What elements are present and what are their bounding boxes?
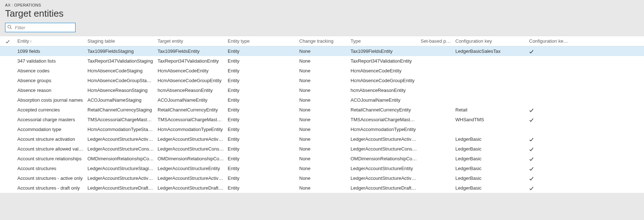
cell-type: LedgerAccountStructureActive...	[349, 175, 419, 181]
checkmark-icon	[529, 186, 534, 191]
cell-type: TMSAccessorialChargeMasterEn...	[349, 117, 419, 122]
table-row[interactable]: Account structuresLedgerAccountStructure…	[0, 164, 644, 173]
column-header-configuration-key-status[interactable]: Configuration key status	[525, 38, 571, 44]
column-header-target-entity[interactable]: Target entity	[156, 38, 226, 44]
cell-entity: Accommodation type	[16, 127, 86, 132]
table-row[interactable]: Accessorial charge mastersTMSAccessorial…	[0, 115, 644, 124]
cell-configuration-key: LedgerBasic	[454, 156, 525, 161]
cell-change-tracking: None	[298, 166, 349, 171]
column-header-select[interactable]	[0, 38, 16, 44]
cell-entity: Account structures	[16, 166, 86, 171]
breadcrumb: AX : OPERATIONS	[5, 3, 639, 7]
cell-entity: 347 validation lists	[16, 58, 86, 64]
cell-entity: Account structure allowed values	[16, 146, 86, 152]
cell-change-tracking: None	[298, 136, 349, 142]
column-header-set-based[interactable]: Set-based proc...	[419, 38, 454, 44]
cell-configuration-key-status	[525, 107, 571, 113]
checkmark-icon	[5, 39, 10, 44]
cell-entity: Account structures - active only	[16, 175, 86, 181]
cell-type: hcmAbsenceReasonEntity	[349, 88, 419, 93]
cell-staging-table: ACOJournalNameStaging	[86, 97, 156, 103]
cell-target-entity: TMSAccessorialChargeMasterEn...	[156, 117, 226, 122]
cell-configuration-key-status	[525, 48, 571, 54]
cell-target-entity: HcmAbsenceCodeGroupEntity	[156, 78, 226, 83]
cell-configuration-key: LedgerBasicSalesTax	[454, 48, 525, 54]
cell-change-tracking: None	[298, 117, 349, 122]
cell-staging-table: LedgerAccountStructureDraftO...	[86, 185, 156, 191]
table-row[interactable]: Account structures - draft onlyLedgerAcc…	[0, 183, 644, 193]
table-row[interactable]: Account structure activationLedgerAccoun…	[0, 134, 644, 144]
table-row[interactable]: Account structure relationshipsOMDimensi…	[0, 154, 644, 164]
cell-configuration-key: LedgerBasic	[454, 136, 525, 142]
table-row[interactable]: Account structure allowed valuesLedgerAc…	[0, 144, 644, 154]
cell-target-entity: LedgerAccountStructureActivati...	[156, 136, 226, 142]
cell-staging-table: HcmAbsenceReasonStaging	[86, 88, 156, 93]
checkmark-icon	[529, 157, 534, 161]
cell-staging-table: TaxReport347ValidationStaging	[86, 58, 156, 64]
cell-target-entity: TaxReport347ValidationEntity	[156, 58, 226, 64]
cell-change-tracking: None	[298, 68, 349, 73]
cell-type: LedgerAccountStructureDraftO...	[349, 185, 419, 191]
cell-configuration-key: LedgerBasic	[454, 175, 525, 181]
column-header-staging-table[interactable]: Staging table	[86, 38, 156, 44]
cell-entity-type: Entity	[226, 117, 298, 122]
checkmark-icon	[529, 49, 534, 54]
cell-entity-type: Entity	[226, 156, 298, 161]
page-title: Target entities	[5, 8, 639, 19]
table-row[interactable]: Account structures - active onlyLedgerAc…	[0, 173, 644, 183]
cell-configuration-key: Retail	[454, 107, 525, 113]
cell-configuration-key: LedgerBasic	[454, 146, 525, 152]
table-row[interactable]: Accommodation typeHcmAccommodationTypeSt…	[0, 124, 644, 134]
cell-entity-type: Entity	[226, 78, 298, 83]
cell-entity: Absence groups	[16, 78, 86, 83]
grid-header-row: Entity↑ Staging table Target entity Enti…	[0, 36, 644, 46]
table-row[interactable]: Absence codesHcmAbsenceCodeStagingHcmAbs…	[0, 66, 644, 76]
table-row[interactable]: Absence groupsHcmAbsenceCodeGroupStaging…	[0, 76, 644, 85]
cell-type: LedgerAccountStructureConstra...	[349, 146, 419, 152]
checkmark-icon	[529, 108, 534, 113]
checkmark-icon	[529, 166, 534, 171]
cell-staging-table: HcmAccommodationTypeStaging	[86, 127, 156, 132]
column-header-entity[interactable]: Entity↑	[16, 38, 86, 44]
column-header-type[interactable]: Type	[349, 38, 419, 44]
cell-entity: Absence codes	[16, 68, 86, 73]
sort-ascending-icon: ↑	[30, 39, 32, 43]
table-row[interactable]: Absence reasonHcmAbsenceReasonStaginghcm…	[0, 85, 644, 95]
cell-entity: 1099 fields	[16, 48, 86, 54]
data-grid: Entity↑ Staging table Target entity Enti…	[0, 36, 644, 193]
table-row[interactable]: 1099 fieldsTax1099FieldsStagingTax1099Fi…	[0, 46, 644, 56]
cell-entity-type: Entity	[226, 166, 298, 171]
cell-target-entity: hcmAbsenceReasonEntity	[156, 88, 226, 93]
filter-input[interactable]	[5, 23, 76, 32]
cell-entity-type: Entity	[226, 107, 298, 113]
cell-target-entity: RetailChannelCurrencyEntity	[156, 107, 226, 113]
table-row[interactable]: 347 validation listsTaxReport347Validati…	[0, 56, 644, 66]
filter-wrapper	[5, 23, 76, 32]
checkmark-icon	[529, 137, 534, 142]
cell-staging-table: Tax1099FieldsStaging	[86, 48, 156, 54]
cell-target-entity: LedgerAccountStructureActive...	[156, 175, 226, 181]
table-row[interactable]: Absorption costs journal namesACOJournal…	[0, 95, 644, 105]
cell-target-entity: ACOJournalNameEntity	[156, 97, 226, 103]
cell-configuration-key: WHSandTMS	[454, 117, 525, 122]
column-header-change-tracking[interactable]: Change tracking	[298, 38, 349, 44]
cell-staging-table: HcmAbsenceCodeGroupStaging	[86, 78, 156, 83]
cell-type: LedgerAccountStructureActivati...	[349, 136, 419, 142]
cell-type: HcmAbsenceCodeGroupEntity	[349, 78, 419, 83]
column-header-configuration-key[interactable]: Configuration key	[454, 38, 525, 44]
cell-change-tracking: None	[298, 88, 349, 93]
cell-type: ACOJournalNameEntity	[349, 97, 419, 103]
cell-type: Tax1099FieldsEntity	[349, 48, 419, 54]
cell-configuration-key-status	[525, 146, 571, 152]
cell-entity: Account structure activation	[16, 136, 86, 142]
table-row[interactable]: Accepted currenciesRetailChannelCurrency…	[0, 105, 644, 115]
cell-change-tracking: None	[298, 156, 349, 161]
cell-entity-type: Entity	[226, 127, 298, 132]
cell-type: OMDimensionRelationshipCons...	[349, 156, 419, 161]
cell-change-tracking: None	[298, 185, 349, 191]
cell-target-entity: LedgerAccountStructureConstra...	[156, 146, 226, 152]
cell-staging-table: RetailChannelCurrencyStaging	[86, 107, 156, 113]
column-header-entity-type[interactable]: Entity type	[226, 38, 298, 44]
cell-change-tracking: None	[298, 107, 349, 113]
cell-entity: Accessorial charge masters	[16, 117, 86, 122]
